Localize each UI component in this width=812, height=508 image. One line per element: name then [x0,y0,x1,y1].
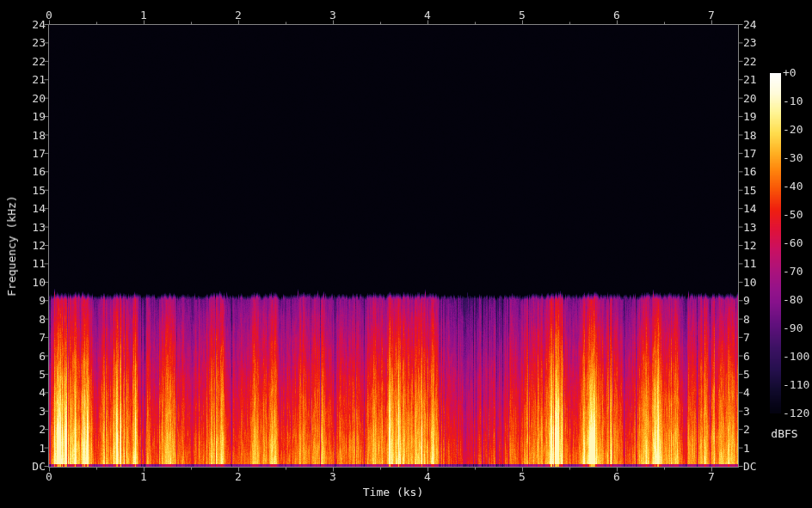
spectrogram-plot-canvas [0,0,812,508]
y-axis-tick-label-right: 9 [743,295,750,307]
x-axis-tick-label-top: 5 [519,9,526,21]
y-axis-tick-label-left: 24 [0,19,46,31]
x-axis-tick-label-bottom: 1 [140,471,147,483]
y-axis-tick-label-right: 7 [743,332,750,344]
y-axis-tick-label-right: 1 [743,443,750,455]
colorbar-tick-label: -60 [783,237,803,249]
x-axis-tick-label-top: 3 [329,9,336,21]
colorbar-tick-label: -30 [783,152,803,164]
y-axis-tick-label-left: 19 [0,111,46,123]
y-axis-tick-label-left: 17 [0,148,46,160]
y-axis-tick-label-right: 16 [743,166,757,178]
y-axis-tick-label-left: 18 [0,130,46,142]
y-axis-tick-label-left: 4 [0,387,46,399]
y-axis-tick-label-right: 8 [743,314,750,326]
y-axis-tick-label-left: 14 [0,203,46,215]
colorbar-tick-label: -10 [783,95,803,107]
x-axis-tick-label-top: 7 [708,9,715,21]
colorbar-tick-label: -90 [783,322,803,334]
y-axis-tick-label-right: 22 [743,56,757,68]
colorbar-tick-label: -50 [783,209,803,221]
y-axis-tick-label-left: 21 [0,74,46,86]
colorbar-tick-label: -80 [783,294,803,306]
y-axis-tick-label-left: 9 [0,295,46,307]
colorbar-gradient [770,73,781,413]
x-axis-tick-label-bottom: 0 [46,471,52,483]
y-axis-tick-label-left: 6 [0,351,46,363]
x-axis-tick-label-top: 1 [140,9,147,21]
x-axis-tick-label-bottom: 6 [613,471,620,483]
spectrogram-figure: Frequency (kHz) Time (ks) dBFS DCDC11223… [0,0,812,508]
y-axis-tick-label-right: 17 [743,148,757,160]
y-axis-tick-label-right: 6 [743,351,750,363]
y-axis-tick-label-right: 21 [743,74,757,86]
colorbar-title: dBFS [771,428,797,440]
y-axis-tick-label-left: 1 [0,443,46,455]
x-axis-tick-label-top: 6 [613,9,620,21]
colorbar-tick-label: -40 [783,181,803,193]
y-axis-tick-label-left: 22 [0,56,46,68]
y-axis-tick-label-right: 5 [743,369,750,381]
y-axis-tick-label-left: 16 [0,166,46,178]
x-axis-tick-label-bottom: 3 [329,471,336,483]
y-axis-tick-label-right: 14 [743,203,757,215]
x-axis-tick-label-top: 2 [235,9,242,21]
y-axis-tick-label-right: 20 [743,93,757,105]
y-axis-tick-label-right: 19 [743,111,757,123]
y-axis-tick-label-left: 7 [0,332,46,344]
x-axis-tick-label-bottom: 4 [424,471,431,483]
y-axis-tick-label-left: DC [0,461,46,473]
y-axis-tick-label-right: 15 [743,185,757,197]
x-axis-tick-label-bottom: 5 [519,471,526,483]
y-axis-tick-label-right: 3 [743,406,750,418]
y-axis-tick-label-right: 18 [743,130,757,142]
y-axis-tick-label-right: 24 [743,19,757,31]
x-axis-tick-label-top: 0 [46,9,52,21]
y-axis-tick-label-left: 13 [0,222,46,234]
y-axis-tick-label-right: 11 [743,258,757,270]
y-axis-tick-label-left: 12 [0,240,46,252]
y-axis-tick-label-right: 12 [743,240,757,252]
y-axis-tick-label-left: 5 [0,369,46,381]
y-axis-tick-label-left: 3 [0,406,46,418]
x-axis-tick-label-top: 4 [424,9,431,21]
x-axis-tick-label-bottom: 7 [708,471,715,483]
y-axis-tick-label-right: 2 [743,424,750,436]
x-axis-title: Time (ks) [363,487,423,499]
y-axis-tick-label-right: 23 [743,37,757,49]
colorbar-tick-label: -100 [783,351,809,363]
y-axis-tick-label-right: 13 [743,222,757,234]
colorbar-tick-label: +0 [783,67,797,79]
colorbar-tick-label: -110 [783,379,809,391]
colorbar-tick-label: -70 [783,266,803,278]
y-axis-tick-label-left: 10 [0,277,46,289]
y-axis-tick-label-left: 20 [0,93,46,105]
colorbar-tick-label: -20 [783,124,803,136]
y-axis-tick-label-right: 10 [743,277,757,289]
y-axis-tick-label-right: DC [743,461,757,473]
y-axis-tick-label-left: 8 [0,314,46,326]
y-axis-tick-label-left: 11 [0,258,46,270]
y-axis-tick-label-left: 15 [0,185,46,197]
y-axis-tick-label-left: 23 [0,37,46,49]
y-axis-tick-label-right: 4 [743,387,750,399]
y-axis-tick-label-left: 2 [0,424,46,436]
colorbar-tick-label: -120 [783,407,809,419]
x-axis-tick-label-bottom: 2 [235,471,242,483]
